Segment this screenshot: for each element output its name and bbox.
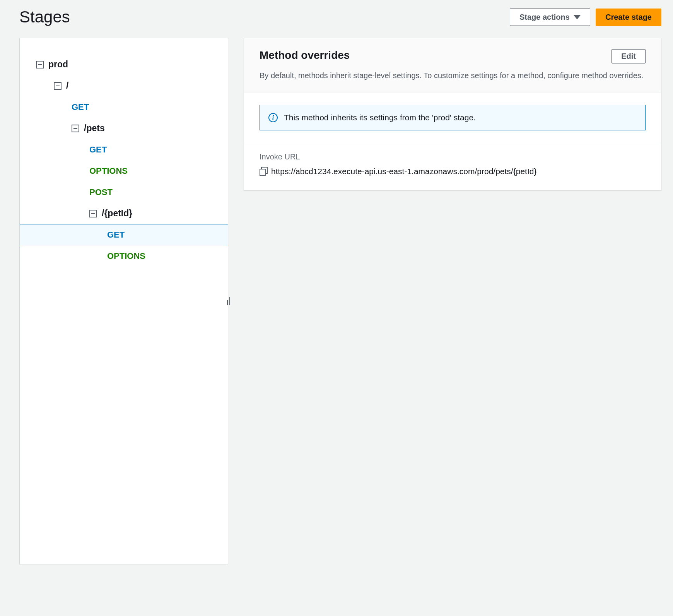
page-title: Stages bbox=[19, 8, 70, 26]
detail-panel: Method overrides Edit By default, method… bbox=[244, 38, 661, 191]
invoke-url-label: Invoke URL bbox=[260, 152, 646, 161]
tree-node-stage[interactable]: prod bbox=[20, 54, 228, 75]
stage-actions-button[interactable]: Stage actions bbox=[510, 9, 590, 26]
collapse-icon[interactable] bbox=[36, 61, 44, 68]
tree-node-petid[interactable]: /{petId} bbox=[20, 203, 228, 224]
method-label-post: POST bbox=[89, 187, 113, 197]
info-icon bbox=[268, 113, 278, 122]
tree-label-pets: /pets bbox=[84, 123, 105, 133]
detail-header: Method overrides Edit By default, method… bbox=[244, 38, 661, 92]
tree-node-petid-options[interactable]: OPTIONS bbox=[20, 245, 228, 267]
info-box: This method inherits its settings from t… bbox=[260, 105, 646, 130]
method-label-options: OPTIONS bbox=[89, 166, 128, 176]
info-message: This method inherits its settings from t… bbox=[284, 113, 476, 122]
invoke-url-value: https://abcd1234.execute-api.us-east-1.a… bbox=[271, 165, 536, 178]
tree-node-pets-options[interactable]: OPTIONS bbox=[20, 160, 228, 181]
tree-label-root: / bbox=[66, 80, 68, 91]
copy-icon[interactable] bbox=[260, 167, 267, 175]
collapse-icon[interactable] bbox=[72, 125, 79, 132]
detail-title: Method overrides bbox=[260, 49, 350, 62]
method-label-get: GET bbox=[72, 102, 89, 112]
edit-button[interactable]: Edit bbox=[612, 49, 646, 63]
detail-description: By default, methods inherit stage-level … bbox=[260, 70, 646, 81]
tree-node-root[interactable]: / bbox=[20, 75, 228, 96]
stage-actions-label: Stage actions bbox=[519, 13, 570, 22]
tree-node-petid-get[interactable]: GET bbox=[20, 224, 228, 245]
resource-tree-panel: prod / GET /pets GET OPTIONS POST bbox=[19, 38, 228, 564]
invoke-url-section: Invoke URL https://abcd1234.execute-api.… bbox=[244, 143, 661, 190]
collapse-icon[interactable] bbox=[89, 210, 97, 217]
create-stage-button[interactable]: Create stage bbox=[596, 9, 661, 26]
method-label-get: GET bbox=[89, 145, 107, 155]
resize-handle-icon[interactable] bbox=[227, 297, 230, 305]
header-actions: Stage actions Create stage bbox=[510, 9, 661, 26]
caret-down-icon bbox=[574, 15, 581, 19]
tree-label-petid: /{petId} bbox=[102, 208, 132, 219]
collapse-icon[interactable] bbox=[54, 82, 61, 90]
tree-node-root-get[interactable]: GET bbox=[20, 96, 228, 118]
tree-label-stage: prod bbox=[48, 59, 68, 70]
tree-node-pets-get[interactable]: GET bbox=[20, 139, 228, 160]
method-label-get: GET bbox=[107, 230, 125, 240]
tree-node-pets-post[interactable]: POST bbox=[20, 181, 228, 203]
tree-node-pets[interactable]: /pets bbox=[20, 118, 228, 139]
method-label-options: OPTIONS bbox=[107, 251, 145, 261]
